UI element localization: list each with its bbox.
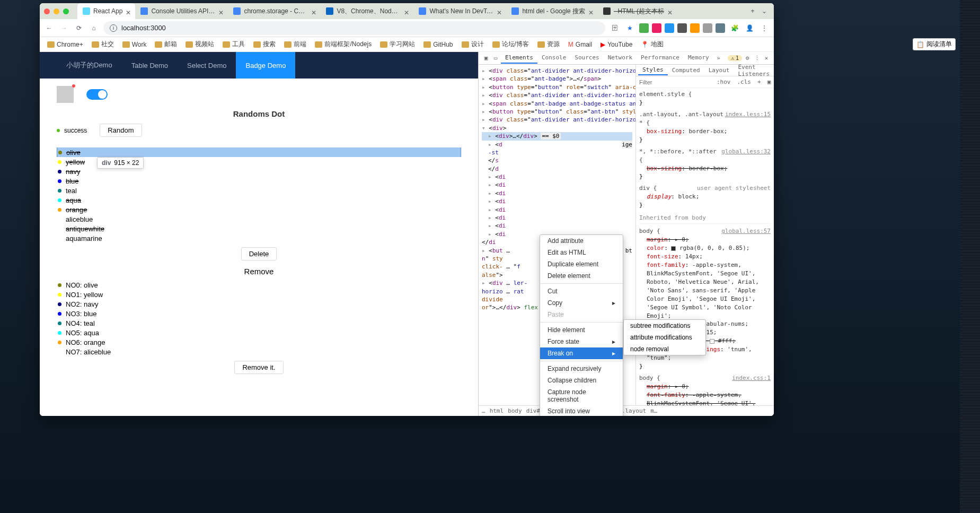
bookmark-item[interactable]: 工具 — [219, 39, 248, 50]
crumb[interactable]: body — [508, 407, 522, 414]
bookmark-item[interactable]: 前端 — [281, 39, 310, 50]
bookmark-item[interactable]: 邮箱 — [152, 39, 180, 50]
bookmark-item[interactable]: Work — [119, 40, 150, 49]
bookmark-item[interactable]: 搜索 — [250, 39, 279, 50]
context-menu-item[interactable]: Cut — [540, 285, 623, 297]
devtools-tab[interactable]: Sources — [570, 53, 603, 64]
context-menu-item[interactable]: Capture node screenshot — [540, 386, 623, 405]
bookmark-item[interactable]: 学习网站 — [377, 39, 418, 50]
close-devtools-icon[interactable]: ✕ — [762, 54, 771, 63]
reading-list-button[interactable]: 📋 阅读清单 — [913, 38, 956, 50]
context-menu-item[interactable]: Copy▸ — [540, 297, 623, 309]
extensions-icon[interactable]: 🧩 — [729, 23, 740, 33]
browser-tab[interactable]: What's New In DevTools (✕ — [413, 3, 506, 19]
more-tabs-icon[interactable]: » — [714, 54, 723, 63]
delete-button[interactable]: Delete — [241, 247, 277, 260]
bookmark-item[interactable]: 论坛/博客 — [489, 39, 532, 50]
crumb[interactable]: html — [490, 407, 504, 414]
bookmark-item[interactable]: 资源 — [534, 39, 563, 50]
ext-icon[interactable] — [716, 23, 725, 33]
translate-icon[interactable]: 🈂 — [610, 23, 620, 33]
browser-tab[interactable]: React App✕ — [77, 3, 135, 19]
url-field[interactable]: i localhost:3000 — [103, 21, 605, 35]
close-tab-icon[interactable]: ✕ — [404, 9, 408, 13]
close-tab-icon[interactable]: ✕ — [311, 9, 315, 13]
devtools-menu-icon[interactable]: ⋮ — [753, 54, 761, 63]
context-menu-item[interactable]: Delete element — [540, 270, 623, 282]
styles-tab[interactable]: Layout — [704, 66, 734, 75]
remove-button[interactable]: Remove it. — [234, 361, 283, 374]
context-submenu-item[interactable]: attribute modifications — [624, 332, 705, 343]
menu-icon[interactable]: ⋮ — [759, 23, 770, 33]
nav-item[interactable]: Select Demo — [178, 52, 236, 79]
context-menu-item[interactable]: Add attribute — [540, 235, 623, 247]
crumb[interactable]: m… — [650, 407, 657, 414]
ext-icon[interactable] — [665, 23, 674, 33]
new-rule-button[interactable]: + — [755, 79, 763, 85]
styles-filter-input[interactable] — [639, 79, 712, 85]
site-info-icon[interactable]: i — [110, 24, 117, 32]
context-menu-item[interactable]: Scroll into view — [540, 405, 623, 416]
list-item[interactable]: teal — [57, 186, 461, 195]
context-menu-item[interactable]: Break on▸ — [540, 347, 623, 359]
browser-tab[interactable]: html del - Google 搜索✕ — [506, 3, 598, 19]
devtools-tab[interactable]: Network — [604, 53, 637, 64]
styles-tab[interactable]: Styles — [638, 65, 668, 75]
browser-tab[interactable]: Console Utilities API refe✕ — [135, 3, 228, 19]
context-menu-item[interactable]: Expand recursively — [540, 363, 623, 375]
ext-icon[interactable] — [639, 23, 649, 33]
reload-button[interactable]: ⟳ — [74, 23, 84, 33]
styles-more-icon[interactable]: ▣ — [765, 79, 773, 85]
close-tab-icon[interactable]: ✕ — [588, 9, 593, 13]
list-item[interactable]: olive — [57, 147, 461, 157]
context-submenu-item[interactable]: node removal — [624, 343, 705, 355]
nav-item[interactable]: Badge Demo — [236, 52, 295, 79]
nav-item[interactable]: Table Demo — [122, 52, 178, 79]
browser-tab[interactable]: V8、Chrome、Node.js - 涂✕ — [321, 3, 413, 19]
close-window[interactable] — [44, 8, 50, 14]
back-button[interactable]: ← — [44, 23, 55, 33]
settings-icon[interactable]: ⚙ — [743, 54, 752, 63]
forward-button[interactable]: → — [59, 23, 69, 33]
context-menu-item[interactable]: Collapse children — [540, 375, 623, 386]
bookmark-item[interactable]: 视频站 — [182, 39, 217, 50]
inspect-icon[interactable]: ▣ — [482, 54, 490, 63]
context-menu-item[interactable]: Duplicate element — [540, 258, 623, 270]
bookmark-item[interactable]: Chrome+ — [44, 40, 86, 49]
list-item[interactable]: antiquewhite — [57, 224, 461, 233]
device-toggle-icon[interactable]: ▭ — [491, 54, 500, 63]
styles-tab[interactable]: Computed — [668, 66, 704, 75]
ext-icon[interactable] — [677, 23, 687, 33]
ext-icon[interactable] — [652, 23, 661, 33]
cls-toggle[interactable]: .cls — [735, 79, 754, 85]
close-tab-icon[interactable]: ✕ — [218, 9, 223, 13]
minimize-window[interactable] — [54, 8, 59, 14]
hov-toggle[interactable]: :hov — [714, 79, 733, 85]
random-button[interactable]: Random — [100, 124, 142, 137]
devtools-tab[interactable]: Performance — [637, 53, 684, 64]
tabs-chevron-icon[interactable]: ⌄ — [759, 6, 770, 16]
warnings-badge[interactable]: ⚠ 1 — [728, 55, 742, 61]
bookmark-item[interactable]: ▶YouTube — [597, 40, 635, 49]
new-tab-button[interactable]: + — [746, 7, 759, 15]
devtools-tab[interactable]: Elements — [501, 53, 537, 64]
close-tab-icon[interactable]: ✕ — [126, 9, 130, 13]
context-menu-item[interactable]: Force state▸ — [540, 336, 623, 347]
list-item[interactable]: aquamarine — [57, 233, 461, 243]
list-item[interactable]: aqua — [57, 195, 461, 205]
context-menu-item[interactable]: Edit as HTML — [540, 247, 623, 258]
crumb[interactable]: … — [482, 407, 485, 414]
bookmark-item[interactable]: GitHub — [420, 40, 456, 49]
bookmark-item[interactable]: 前端框架/Nodejs — [312, 39, 375, 50]
close-tab-icon[interactable]: ✕ — [667, 9, 672, 13]
profile-avatar[interactable]: 👤 — [744, 23, 755, 33]
maximize-window[interactable] — [63, 8, 69, 14]
bookmark-star-icon[interactable]: ★ — [624, 23, 635, 33]
breadcrumb[interactable]: …htmlbodydiv#rootsection.ant-layout.layo… — [479, 405, 774, 416]
context-menu-item[interactable]: Hide element — [540, 324, 623, 336]
browser-tab[interactable]: - HTML (超文本标✕ — [598, 3, 677, 19]
bookmark-item[interactable]: 设计 — [458, 39, 487, 50]
close-tab-icon[interactable]: ✕ — [497, 9, 501, 13]
list-item[interactable]: blue — [57, 176, 461, 186]
list-item[interactable]: aliceblue — [57, 214, 461, 224]
